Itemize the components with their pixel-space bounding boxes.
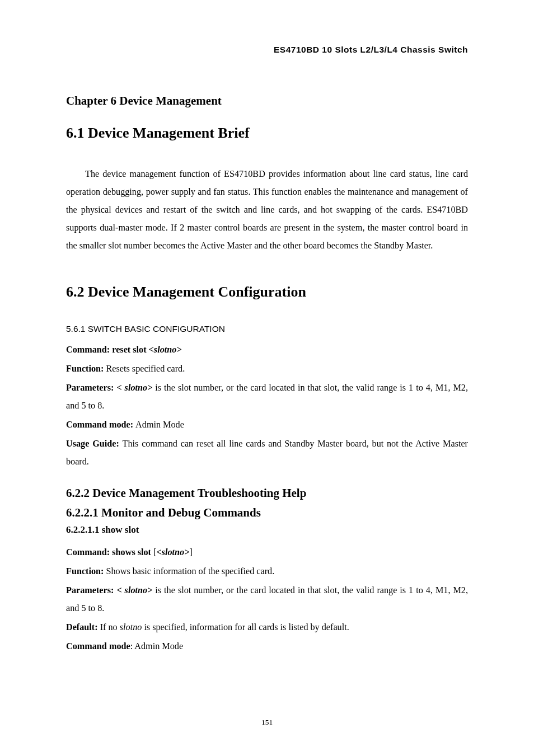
command-text-prefix: reset slot — [112, 345, 148, 355]
chapter-title: Chapter 6 Device Management — [66, 94, 468, 108]
parameters-line: Parameters: < slotno> is the slot number… — [66, 379, 468, 415]
default-label: Default: — [66, 622, 100, 632]
function2-line: Function: Shows basic information of the… — [66, 562, 468, 580]
function-text: Resets specified card. — [106, 364, 185, 374]
command2-label: Command: — [66, 547, 112, 557]
section-6-1-heading: 6.1 Device Management Brief — [66, 125, 468, 142]
command-mode2-text: : Admin Mode — [130, 641, 183, 651]
default-post: is specified, information for all cards … — [142, 622, 349, 632]
command-shows-slot: Command: shows slot [<slotno>] — [66, 543, 468, 561]
heading-6-2-2-1-1: 6.2.2.1.1 show slot — [66, 524, 468, 536]
heading-6-2-2: 6.2.2 Device Management Troubleshooting … — [66, 486, 468, 500]
section-6-1-paragraph: The device management function of ES4710… — [66, 165, 468, 255]
section-6-2-heading: 6.2 Device Management Configuration — [66, 284, 468, 300]
command-mode-text: Admin Mode — [135, 420, 184, 430]
page-number: 151 — [0, 718, 534, 727]
command2-param: <slotno> — [156, 547, 189, 557]
default-line: Default: If no slotno is specified, info… — [66, 618, 468, 636]
usage-guide-text: This command can reset all line cards an… — [66, 439, 468, 467]
function2-label: Function: — [66, 566, 106, 576]
command-param: <slotno> — [149, 345, 182, 355]
command-mode2-line: Command mode: Admin Mode — [66, 637, 468, 655]
parameters2-label: Parameters: — [66, 585, 116, 595]
heading-6-2-2-1: 6.2.2.1 Monitor and Debug Commands — [66, 506, 468, 520]
command2-text-prefix: shows slot — [112, 547, 153, 557]
parameters-param: < slotno> — [116, 383, 152, 393]
command-label: Command: — [66, 345, 112, 355]
command-mode-label: Command mode: — [66, 420, 135, 430]
command-reset-slot: Command: reset slot <slotno> — [66, 341, 468, 359]
usage-guide-label: Usage Guide: — [66, 439, 123, 449]
subsection-5-6-1: 5.6.1 SWITCH BASIC CONFIGURATION — [66, 324, 468, 334]
function2-text: Shows basic information of the specified… — [106, 566, 275, 576]
running-header: ES4710BD 10 Slots L2/L3/L4 Chassis Switc… — [66, 45, 468, 55]
default-em: slotno — [120, 622, 142, 632]
command-mode2-label: Command mode — [66, 641, 130, 651]
function-label: Function: — [66, 364, 106, 374]
function-line: Function: Resets specified card. — [66, 360, 468, 378]
parameters2-param: < slotno> — [116, 585, 152, 595]
default-pre: If no — [100, 622, 120, 632]
parameters2-line: Parameters: < slotno> is the slot number… — [66, 581, 468, 617]
parameters-label: Parameters: — [66, 383, 116, 393]
section-6-1-text: The device management function of ES4710… — [66, 169, 468, 251]
command-mode-line: Command mode: Admin Mode — [66, 416, 468, 434]
bracket-close: ] — [189, 547, 192, 557]
usage-guide-line: Usage Guide: This command can reset all … — [66, 435, 468, 471]
